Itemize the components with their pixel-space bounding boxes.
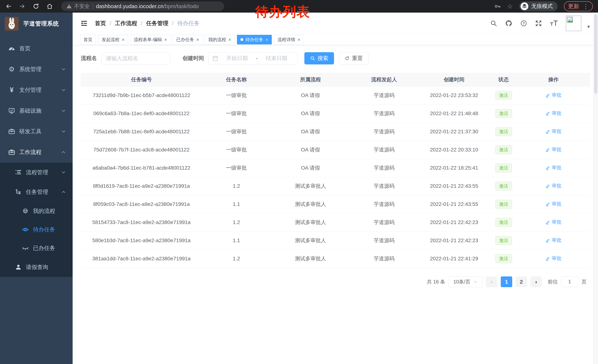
breadcrumb-separator: / bbox=[141, 20, 142, 26]
close-icon[interactable]: × bbox=[122, 37, 125, 42]
search-button[interactable]: 搜索 bbox=[304, 52, 334, 65]
approve-button[interactable]: 审批 bbox=[546, 128, 562, 135]
sidebar-item-todo-tasks[interactable]: 待办任务 bbox=[0, 220, 73, 239]
face-icon bbox=[22, 208, 29, 214]
starter-cell: 芋道源码 bbox=[350, 159, 418, 177]
home-icon[interactable] bbox=[46, 3, 53, 10]
font-size-icon[interactable] bbox=[550, 20, 558, 27]
forward-icon[interactable] bbox=[19, 3, 25, 10]
app-logo-row[interactable]: 芋道管理系统 bbox=[0, 13, 73, 35]
sidebar-item-label: 基础设施 bbox=[19, 107, 42, 115]
close-icon[interactable]: × bbox=[266, 37, 268, 42]
end-date-placeholder: 结束日期 bbox=[259, 55, 294, 62]
tab-my-process[interactable]: 我的流程× bbox=[205, 35, 235, 44]
task-id-cell: 580e1b3d-7ac8-11ec-a9e2-a2380e71991a bbox=[81, 231, 202, 250]
sidebar-item-label: 首页 bbox=[19, 45, 30, 52]
tab-done-tasks[interactable]: 已办任务× bbox=[173, 35, 202, 44]
search-icon[interactable] bbox=[490, 20, 497, 27]
close-icon[interactable]: × bbox=[164, 37, 167, 42]
tab-process-detail[interactable]: 流程详情× bbox=[274, 35, 304, 44]
sidebar-item-leave-query[interactable]: 请假查询 bbox=[0, 257, 73, 277]
approve-button[interactable]: 审批 bbox=[546, 183, 562, 189]
bookmark-star-icon[interactable]: ☆ bbox=[507, 3, 513, 9]
date-range-picker[interactable]: 开始日期 - 结束日期 bbox=[208, 52, 298, 65]
task-id-cell: 73211d9d-7b9b-11ec-b5b7-acde48001122 bbox=[81, 86, 202, 105]
sidebar-item-home[interactable]: 首页 bbox=[0, 38, 73, 59]
task-name-cell: 1.1 bbox=[202, 231, 271, 250]
next-page-button[interactable]: › bbox=[530, 276, 542, 287]
avatar[interactable] bbox=[566, 16, 581, 31]
back-icon[interactable] bbox=[5, 3, 12, 10]
reset-button[interactable]: 重置 bbox=[339, 52, 368, 65]
sidebar-item-label: 待办任务 bbox=[33, 226, 55, 234]
github-icon[interactable] bbox=[505, 20, 512, 27]
sidebar-item-done-tasks[interactable]: 已办任务 bbox=[0, 239, 73, 257]
sidebar-item-devtools[interactable]: 研发工具 bbox=[0, 121, 73, 142]
sidebar-item-my-process[interactable]: 我的流程 bbox=[0, 202, 73, 220]
sidebar-item-process-mgmt[interactable]: 流程管理 bbox=[0, 162, 73, 182]
sidebar-item-payment[interactable]: ¥ 支付管理 bbox=[0, 80, 73, 100]
browser-menu-icon[interactable]: ⋮ bbox=[583, 3, 589, 9]
status-badge: 激活 bbox=[495, 254, 512, 263]
close-icon[interactable]: × bbox=[298, 37, 300, 42]
sidebar-item-workflow[interactable]: 工作流程 bbox=[0, 142, 73, 162]
tab-start-process[interactable]: 发起流程× bbox=[98, 35, 128, 44]
approve-button[interactable]: 审批 bbox=[546, 92, 562, 98]
close-icon[interactable]: × bbox=[228, 37, 231, 42]
key-icon[interactable] bbox=[494, 3, 501, 10]
tab-todo-tasks[interactable]: 待办任务× bbox=[237, 35, 272, 44]
actions-cell: 审批 bbox=[517, 122, 590, 141]
col-task-id: 任务编号 bbox=[81, 73, 202, 86]
edit-pen-icon bbox=[546, 147, 550, 152]
table-row: 8f059c03-7ac8-11ec-a9e2-a2380e71991a 1.1… bbox=[81, 195, 590, 213]
process-name-input[interactable] bbox=[101, 52, 170, 65]
create-time-cell: 2022-01-22 23:53:32 bbox=[418, 86, 490, 105]
sidebar-item-system[interactable]: ⚙ 系统管理 bbox=[0, 59, 73, 80]
actions-cell: 审批 bbox=[517, 250, 590, 268]
chevron-up-icon bbox=[61, 150, 66, 155]
url-bar[interactable]: 不安全 dashboard.yudao.iocoder.cn/bpm/task/… bbox=[61, 1, 224, 11]
caret-down-icon[interactable]: ▼ bbox=[587, 24, 590, 29]
task-name-cell: 一级审批 bbox=[202, 105, 271, 122]
process-cell: 测试多审批人 bbox=[271, 213, 350, 231]
prev-page-button[interactable]: ‹ bbox=[486, 276, 498, 287]
page-button-1[interactable]: 1 bbox=[501, 276, 512, 287]
breadcrumb-current: 待办任务 bbox=[177, 20, 199, 27]
fullscreen-icon[interactable] bbox=[535, 20, 542, 27]
approve-button[interactable]: 审批 bbox=[546, 255, 562, 262]
task-name-cell: 1.2 bbox=[202, 250, 271, 268]
browser-update-button[interactable]: 更新 ⋮ bbox=[564, 1, 593, 11]
goto-page-input[interactable] bbox=[561, 276, 578, 287]
sidebar-collapse-icon[interactable] bbox=[80, 19, 88, 27]
tab-home[interactable]: 首页 bbox=[80, 35, 96, 44]
approve-button[interactable]: 审批 bbox=[546, 164, 562, 171]
close-icon[interactable]: × bbox=[196, 37, 199, 42]
sidebar-item-task-mgmt[interactable]: 任务管理 bbox=[0, 182, 73, 202]
page-size-select[interactable]: 10条/页 bbox=[448, 276, 482, 287]
security-warning[interactable]: 不安全 bbox=[66, 3, 90, 10]
tree-icon bbox=[15, 189, 22, 195]
status-cell: 激活 bbox=[490, 231, 517, 250]
edit-pen-icon bbox=[546, 93, 550, 97]
actions-cell: 审批 bbox=[517, 195, 590, 213]
breadcrumb-workflow[interactable]: 工作流程 bbox=[115, 20, 137, 27]
page-scrollbar[interactable] bbox=[593, 13, 598, 364]
approve-button[interactable]: 审批 bbox=[546, 219, 562, 225]
process-cell: OA 请假 bbox=[271, 159, 350, 177]
approve-button[interactable]: 审批 bbox=[546, 237, 562, 243]
breadcrumb-task-mgmt[interactable]: 任务管理 bbox=[146, 20, 168, 27]
help-icon[interactable]: ? bbox=[520, 20, 527, 27]
page-button-2[interactable]: 2 bbox=[515, 276, 527, 287]
breadcrumb-separator: / bbox=[172, 20, 174, 26]
tab-process-form-edit[interactable]: 流程表单-编辑× bbox=[130, 35, 170, 44]
breadcrumb-home[interactable]: 首页 bbox=[95, 20, 106, 27]
approve-button[interactable]: 审批 bbox=[546, 201, 562, 207]
scrollbar-thumb[interactable] bbox=[594, 14, 598, 94]
approve-button[interactable]: 审批 bbox=[546, 110, 562, 116]
status-cell: 激活 bbox=[490, 177, 517, 195]
approve-button[interactable]: 审批 bbox=[546, 146, 562, 153]
actions-cell: 审批 bbox=[517, 141, 590, 159]
table-row: 73211d9d-7b9b-11ec-b5b7-acde48001122 一级审… bbox=[81, 86, 590, 105]
reload-icon[interactable] bbox=[33, 3, 39, 10]
sidebar-item-infra[interactable]: 基础设施 bbox=[0, 100, 73, 121]
